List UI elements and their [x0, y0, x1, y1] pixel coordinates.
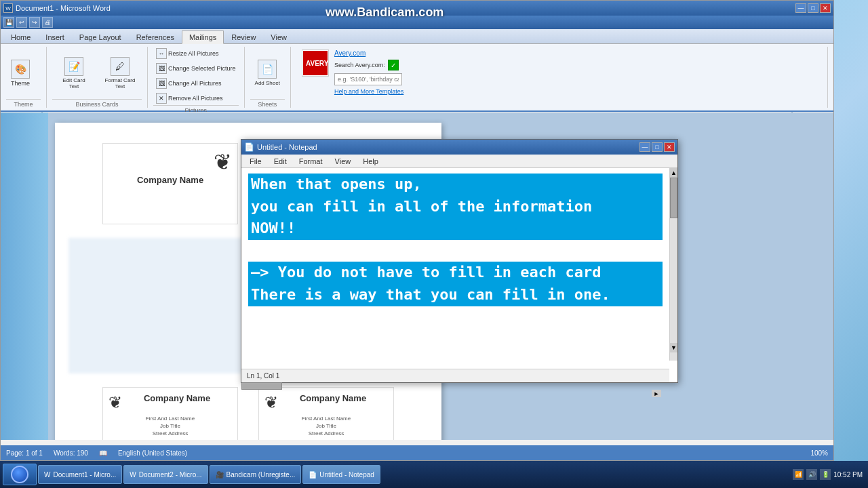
- bc-bl-ornaments: ❦ Company Name: [108, 393, 232, 412]
- undo-qa-button[interactable]: ↩: [16, 17, 27, 28]
- ornament-tl: ❦: [214, 149, 232, 175]
- word-statusbar: Page: 1 of 1 Words: 190 📖 English (Unite…: [1, 445, 833, 460]
- bc-bl-details: First And Last Name Job Title Street Add…: [144, 415, 196, 440]
- np-menu-edit[interactable]: Edit: [269, 156, 292, 167]
- bandicam-icon: 🎥: [216, 471, 224, 479]
- sheets-buttons: 📄 Add Sheet: [250, 47, 285, 99]
- avery-search-input[interactable]: [334, 73, 402, 85]
- doc1-label: Document1 - Micro...: [53, 471, 116, 479]
- addsheet-button[interactable]: 📄 Add Sheet: [250, 56, 285, 89]
- minimize-button[interactable]: —: [795, 3, 806, 13]
- ribbon-group-theme: 🎨 Theme Theme: [6, 47, 47, 108]
- ribbon-group-pictures: ↔ Resize All Pictures 🖼 Change Selected …: [153, 47, 245, 108]
- notepad-text[interactable]: When that opens up, you can fill in all …: [241, 168, 669, 312]
- tab-references[interactable]: References: [129, 30, 182, 43]
- start-orb: [11, 466, 28, 483]
- titlebar-controls: — □ ✕: [795, 3, 831, 13]
- avery-helpmore[interactable]: Help and More Templates: [334, 88, 403, 95]
- close-button[interactable]: ✕: [820, 3, 831, 13]
- notepad-vscrollbar[interactable]: ▲ ▼: [669, 168, 677, 361]
- np-controls: — □ ✕: [639, 142, 675, 152]
- taskbar-right: 📶 🔊 🔋 10:52 PM: [793, 469, 865, 480]
- np-minimize-button[interactable]: —: [639, 142, 650, 152]
- resize-icon: ↔: [156, 48, 167, 59]
- taskbar: W Document1 - Micro... W Document2 - Mic…: [0, 461, 868, 488]
- print-qa-button[interactable]: 🖨: [42, 17, 53, 28]
- resizeallpictures-button[interactable]: ↔ Resize All Pictures: [153, 47, 222, 60]
- bandicam-label: Bandicam (Unregiste...: [226, 471, 296, 479]
- tab-review[interactable]: Review: [224, 30, 263, 43]
- notepad-window: 📄 Untitled - Notepad — □ ✕ File Edit For…: [241, 139, 678, 383]
- vscroll-down[interactable]: ▼: [670, 343, 677, 352]
- avery-search-container: Search Avery.com: ✓: [334, 60, 403, 70]
- taskbar-clock: 10:52 PM: [833, 471, 865, 479]
- formatcardtext-icon: 🖊: [111, 57, 130, 76]
- pictures-buttons: ↔ Resize All Pictures 🖼 Change Selected …: [153, 47, 239, 105]
- np-menu-view[interactable]: View: [330, 156, 357, 167]
- start-button[interactable]: [3, 464, 37, 485]
- theme-button[interactable]: 🎨 Theme: [6, 56, 35, 90]
- avery-search-icon: ✓: [388, 60, 399, 70]
- bc-bl-company: Company Name: [122, 393, 232, 412]
- taskbar-item-doc1[interactable]: W Document1 - Micro...: [38, 465, 122, 484]
- bc-br-details: First And Last Name Job Title Street Add…: [300, 415, 352, 440]
- save-qa-button[interactable]: 💾: [3, 17, 14, 28]
- word-app-icon: W: [3, 3, 13, 13]
- changeselectedpicture-button[interactable]: 🖼 Change Selected Picture: [153, 62, 239, 75]
- ribbon-tabs: Home Insert Page Layout References Maili…: [1, 29, 833, 44]
- status-right: 100%: [810, 449, 828, 457]
- systray-network-icon: 📶: [793, 469, 804, 480]
- notepad-title: Untitled - Notepad: [257, 143, 317, 151]
- tab-view[interactable]: View: [263, 30, 294, 43]
- systray-battery-icon: 🔋: [820, 469, 831, 480]
- avery-link[interactable]: Avery.com: [334, 49, 403, 57]
- avery-logo: AVERY: [302, 49, 329, 77]
- np-menu-file[interactable]: File: [244, 156, 267, 167]
- bandicam-watermark: www.Bandicam.com: [326, 5, 443, 20]
- np-maximize-button[interactable]: □: [652, 142, 663, 152]
- redo-qa-button[interactable]: ↪: [29, 17, 40, 28]
- editcardtext-button[interactable]: 📝 Edit Card Text: [52, 54, 96, 93]
- ornament-bl-1: ❦: [108, 393, 122, 412]
- removeallpictures-button[interactable]: ✕ Remove All Pictures: [153, 92, 226, 105]
- removeall-icon: ✕: [156, 93, 167, 104]
- theme-buttons: 🎨 Theme: [6, 47, 41, 99]
- changeallpictures-button[interactable]: 🖼 Change All Pictures: [153, 77, 224, 90]
- notepad-icon: 📄: [244, 142, 254, 152]
- avery-search-label: Search Avery.com:: [334, 62, 385, 68]
- bc-tl-company: Company Name: [108, 175, 232, 185]
- tab-insert[interactable]: Insert: [38, 30, 72, 43]
- status-words: Words: 190: [54, 449, 88, 457]
- doc1-icon: W: [44, 471, 50, 479]
- notepad-content: When that opens up, you can fill in all …: [241, 168, 669, 361]
- avery-search-row: [334, 73, 403, 85]
- taskbar-item-bandicam[interactable]: 🎥 Bandicam (Unregiste...: [210, 465, 302, 484]
- np-line-6: There is a way that you can fill in one.: [248, 284, 663, 306]
- maximize-button[interactable]: □: [808, 3, 818, 13]
- ribbon-group-avery: AVERY Avery.com Search Avery.com: ✓ Help…: [296, 47, 828, 108]
- tab-pagelayout[interactable]: Page Layout: [72, 30, 129, 43]
- np-line-3: NOW!!: [248, 218, 663, 240]
- np-menu-help[interactable]: Help: [357, 156, 384, 167]
- np-title-left: 📄 Untitled - Notepad: [244, 142, 317, 152]
- vscroll-thumb[interactable]: [670, 178, 677, 218]
- status-zoom: 100%: [810, 449, 828, 457]
- svg-text:AVERY: AVERY: [306, 60, 328, 67]
- taskbar-item-notepad[interactable]: 📄 Untitled - Notepad: [302, 465, 380, 484]
- hscroll-thumb[interactable]: [241, 382, 282, 390]
- tab-mailings[interactable]: Mailings: [182, 30, 224, 44]
- np-close-button[interactable]: ✕: [664, 142, 675, 152]
- titlebar-left: W Document1 - Microsoft Word: [3, 3, 111, 13]
- np-status-text: Ln 1, Col 1: [247, 372, 279, 380]
- doc2-icon: W: [130, 471, 136, 479]
- tab-home[interactable]: Home: [3, 30, 38, 43]
- business-card-bottom-right: ❦ Company Name First And Last Name Job T…: [258, 387, 394, 440]
- hscroll-right[interactable]: ►: [652, 390, 661, 397]
- np-line-1: When that opens up,: [248, 174, 663, 196]
- vscroll-up[interactable]: ▲: [670, 168, 677, 178]
- taskbar-item-doc2[interactable]: W Document2 - Micro...: [123, 465, 208, 484]
- np-menu-format[interactable]: Format: [294, 156, 328, 167]
- left-panel: [1, 113, 48, 440]
- theme-icon: 🎨: [11, 60, 30, 79]
- formatcardtext-button[interactable]: 🖊 Format Card Text: [98, 54, 142, 93]
